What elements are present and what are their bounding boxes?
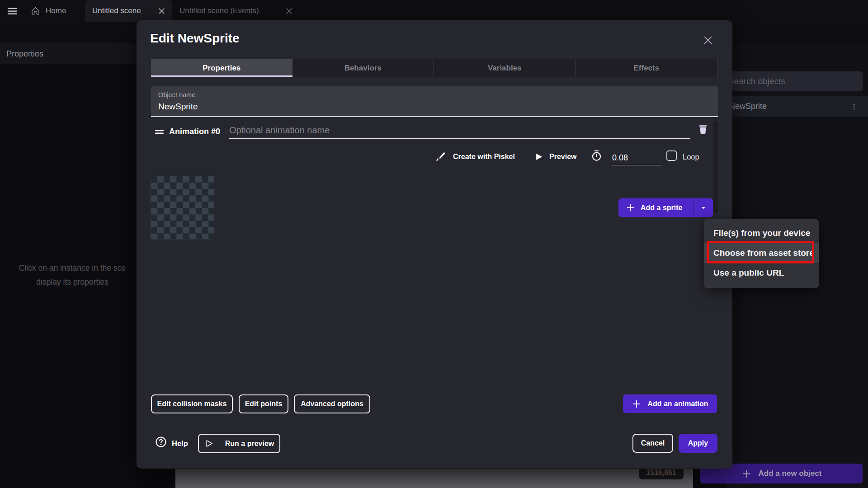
preview-button[interactable]: Preview [549,148,576,166]
hamburger-menu-icon[interactable] [6,5,19,17]
advanced-options-button[interactable]: Advanced options [294,394,370,413]
object-name-field-value: NewSprite [158,102,198,112]
run-preview-label: Run a preview [225,440,274,448]
run-preview-button[interactable]: Run a preview [198,434,280,453]
properties-empty-message: Click on an instance in the sce display … [0,261,149,289]
properties-panel-title: Properties [0,43,137,64]
tab-scene-label: Untitled scene [92,6,141,15]
add-sprite-button[interactable]: Add a sprite [618,198,693,217]
add-animation-label: Add an animation [647,400,708,408]
animation-drag-handle-icon[interactable] [154,126,165,137]
add-sprite-dropdown-menu: File(s) from your device Choose from ass… [704,219,819,288]
empty-sprite-thumbnail[interactable] [151,176,214,239]
scene-canvas[interactable] [175,469,693,488]
animation-index-label: Animation #0 [169,127,220,136]
add-sprite-split-button: Add a sprite [618,198,713,217]
delete-animation-icon[interactable] [697,123,709,135]
timer-icon [590,150,603,162]
tab-effects[interactable]: Effects [576,59,718,77]
chevron-down-icon [700,205,707,211]
tab-home-label: Home [46,6,66,15]
tab-variables[interactable]: Variables [434,59,576,77]
tab-untitled-scene-events[interactable]: Untitled scene (Events) [172,0,300,22]
edit-collision-masks-button[interactable]: Edit collision masks [151,394,233,413]
object-list-item-newsprite[interactable]: NewSprite [719,96,868,117]
tab-untitled-scene[interactable]: Untitled scene [85,0,172,22]
tab-behaviors[interactable]: Behaviors [292,59,434,77]
add-animation-button[interactable]: Add an animation [623,394,717,413]
play-outline-icon [204,439,214,448]
properties-empty-line1: Click on an instance in the sce [0,261,149,275]
plus-icon [741,469,752,479]
close-tab-icon[interactable] [286,8,292,14]
dialog-scrollbar[interactable] [713,121,718,213]
add-sprite-label: Add a sprite [641,204,682,212]
cancel-button[interactable]: Cancel [632,434,673,453]
gdevelop-app: Home Untitled scene Untitled scene (Even… [0,0,868,488]
brush-icon [435,150,447,162]
edit-sprite-dialog: Edit NewSprite Properties Behaviors Vari… [137,20,732,469]
help-icon[interactable] [155,436,167,448]
object-name-field[interactable]: Object name NewSprite [151,86,718,117]
properties-empty-line2: display its properties [0,275,149,289]
menu-item-files-from-device[interactable]: File(s) from your device [704,223,819,243]
menu-item-choose-from-asset-store[interactable]: Choose from asset store [704,243,819,263]
animation-name-input[interactable] [229,122,690,139]
add-sprite-dropdown-button[interactable] [693,198,713,217]
tab-home[interactable]: Home [24,0,73,22]
play-icon [534,152,543,161]
search-objects-input[interactable] [721,71,863,91]
object-menu-dots-icon[interactable] [850,103,858,111]
tab-bar-divider [300,5,300,17]
time-between-frames-input[interactable]: 0.08 [612,150,662,165]
tab-events-label: Untitled scene (Events) [179,6,259,15]
plus-icon [632,399,642,409]
close-tab-icon[interactable] [158,8,165,14]
create-with-piskel-button[interactable]: Create with Piskel [453,148,515,166]
plus-icon [626,203,635,212]
dialog-tabs: Properties Behaviors Variables Effects [151,59,717,77]
top-bar: Home Untitled scene Untitled scene (Even… [0,0,868,22]
dialog-title: Edit NewSprite [150,31,240,46]
add-new-object-label: Add a new object [759,469,822,478]
loop-label: Loop [683,148,699,166]
dialog-close-icon[interactable] [703,35,713,46]
edit-points-button[interactable]: Edit points [239,394,288,413]
home-icon [31,6,40,16]
help-button[interactable]: Help [172,433,188,453]
tab-properties[interactable]: Properties [151,59,292,77]
apply-button[interactable]: Apply [679,434,717,453]
properties-panel: Properties Click on an instance in the s… [0,43,137,488]
loop-checkbox[interactable] [666,150,677,161]
menu-item-use-public-url[interactable]: Use a public URL [704,263,819,283]
object-name-field-label: Object name [158,91,195,99]
